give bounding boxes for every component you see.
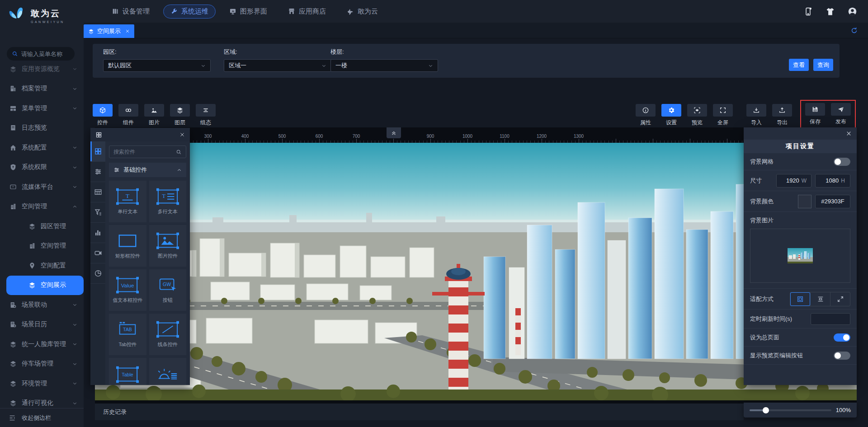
widget-category-button[interactable]	[90, 243, 105, 263]
tool-button[interactable]: 图片	[144, 104, 164, 127]
widget-search-input[interactable]	[113, 149, 176, 155]
sidebar-item[interactable]: 日志预览	[0, 118, 84, 138]
widget-category-button[interactable]	[90, 141, 105, 162]
sidebar-item[interactable]: 通行可视化	[0, 394, 84, 408]
tool-button[interactable]: 预览	[687, 104, 707, 127]
widget-card[interactable]: Value 值文本框控件	[109, 269, 146, 311]
bg-color-value[interactable]: #29303F	[815, 195, 850, 208]
sidebar-item[interactable]: 场景日历	[0, 315, 84, 335]
widget-search[interactable]	[109, 145, 186, 158]
menu-search-input[interactable]	[21, 51, 70, 57]
tool-button[interactable]: 图层	[170, 104, 190, 127]
refresh-icon[interactable]	[850, 27, 858, 34]
topnav-tab[interactable]: 应用商店	[281, 5, 333, 19]
query-button[interactable]: 查询	[813, 59, 833, 71]
sidebar-item[interactable]: 空间展示	[6, 276, 84, 296]
widget-card[interactable]: GW 按钮	[149, 269, 187, 311]
bg-image-box[interactable]	[750, 229, 850, 283]
tool-button[interactable]: 控件	[93, 104, 113, 127]
topnav-tab[interactable]: 设备管理	[104, 5, 157, 19]
sidebar-item[interactable]: 应用资源概览	[0, 59, 84, 79]
building-icon	[9, 203, 17, 210]
zoom-slider[interactable]	[750, 409, 831, 411]
widget-card[interactable]: 图片控件	[149, 225, 187, 267]
widget-section-header[interactable]: 基础控件	[109, 163, 186, 177]
sidebar-item[interactable]: 空间管理	[0, 197, 84, 217]
topnav-tab[interactable]: 敢为云	[340, 5, 385, 19]
tool-button[interactable]: 导出	[772, 104, 792, 127]
width-field[interactable]: W	[776, 174, 811, 188]
sidebar-item[interactable]: 统一人脸库管理	[0, 334, 84, 354]
area-select[interactable]: 区域一	[224, 59, 331, 72]
floor-select[interactable]: 一楼	[330, 59, 438, 72]
building-icon	[28, 242, 36, 249]
fit-mode-button[interactable]	[790, 292, 810, 306]
width-input[interactable]	[781, 177, 799, 184]
widget-category-button[interactable]	[90, 182, 105, 202]
bg-color-label: 背景颜色	[750, 197, 774, 206]
collapse-canvas-button[interactable]	[387, 127, 401, 138]
shirt-icon[interactable]	[826, 7, 835, 16]
tool-button[interactable]: 发布	[831, 103, 851, 126]
sidebar-item[interactable]: 停车场管理	[0, 354, 84, 374]
link-icon	[125, 107, 132, 114]
preview-edit-toggle[interactable]	[834, 352, 850, 360]
bg-color-swatch[interactable]	[798, 195, 811, 208]
sidebar-item[interactable]: 档案管理	[0, 79, 84, 99]
fit-mode-button[interactable]	[810, 292, 830, 306]
topnav: 设备管理 系统运维 图形界面 应用商店	[104, 5, 385, 19]
bg-grid-toggle[interactable]	[834, 158, 850, 166]
widget-card[interactable]: TAB Tab控件	[109, 314, 146, 355]
zoom-slider-knob[interactable]	[763, 407, 769, 413]
ruler-tick-label: 1300	[574, 134, 584, 139]
design-canvas[interactable]: 300 400 500 600 700 800 900 1000 1100	[95, 127, 857, 404]
widget-card[interactable]: T 单行文本	[109, 181, 146, 222]
topnav-tab-label: 敢为云	[358, 7, 378, 16]
widget-category-button[interactable]	[90, 202, 105, 223]
sidebar-item[interactable]: 菜单管理	[0, 99, 84, 118]
widget-category-button[interactable]	[90, 223, 105, 243]
sidebar-item-label: 空间配置	[41, 262, 66, 270]
tool-button[interactable]: 设置	[661, 104, 681, 127]
main-page-toggle[interactable]	[834, 333, 850, 342]
widget-category-button[interactable]	[90, 263, 105, 284]
sidebar-item[interactable]: 系统权限	[0, 158, 84, 178]
tool-button[interactable]: 保存	[805, 103, 825, 126]
park-select[interactable]: 默认园区	[103, 59, 211, 72]
fit-mode-button[interactable]	[830, 292, 850, 306]
tab-space-display[interactable]: 空间展示	[84, 24, 134, 38]
tool-button[interactable]: 属性	[636, 104, 656, 127]
topnav-tab[interactable]: 图形界面	[222, 5, 274, 19]
widget-category-button[interactable]	[90, 162, 105, 182]
widget-card[interactable]: 线条控件	[149, 314, 187, 355]
height-field[interactable]: H	[815, 174, 850, 188]
sidebar-item[interactable]: 场景联动	[0, 295, 84, 315]
widget-card[interactable]: Table table	[109, 358, 146, 385]
close-icon[interactable]	[125, 29, 130, 33]
sidebar-item[interactable]: 流媒体平台	[0, 177, 84, 197]
history-bar[interactable]: 历史记录	[95, 404, 744, 420]
widget-card[interactable]: 矩形框控件	[109, 225, 146, 267]
widget-panel-close-icon[interactable]	[179, 132, 185, 137]
avatar-icon[interactable]	[848, 7, 857, 16]
sidebar-item[interactable]: 空间配置	[0, 256, 84, 276]
sidebar-item[interactable]: 园区管理	[0, 216, 84, 236]
tool-button[interactable]: 组件	[118, 104, 138, 127]
height-input[interactable]	[821, 177, 839, 184]
menu-search[interactable]	[7, 47, 75, 61]
widget-card[interactable]: T 多行文本	[149, 181, 187, 222]
toolbar-left-group: 控件 组件 图片 图层	[93, 102, 216, 127]
collapse-sidebar-button[interactable]: 收起侧边栏	[0, 408, 84, 427]
refresh-time-input[interactable]	[811, 313, 850, 325]
sidebar-item[interactable]: 环境管理	[0, 374, 84, 394]
view-button[interactable]: 查看	[789, 59, 809, 71]
mobile-icon[interactable]	[803, 7, 813, 16]
tool-button[interactable]: 导入	[746, 104, 766, 127]
tool-button[interactable]: 组态	[196, 104, 216, 127]
topnav-tab[interactable]: 系统运维	[163, 5, 216, 19]
widget-card[interactable]: 告警列表	[149, 358, 187, 385]
settings-close-icon[interactable]	[846, 131, 852, 136]
sidebar-item[interactable]: 系统配置	[0, 138, 84, 158]
tool-button[interactable]: 全屏	[713, 104, 733, 127]
sidebar-item[interactable]: 空间管理	[0, 236, 84, 256]
